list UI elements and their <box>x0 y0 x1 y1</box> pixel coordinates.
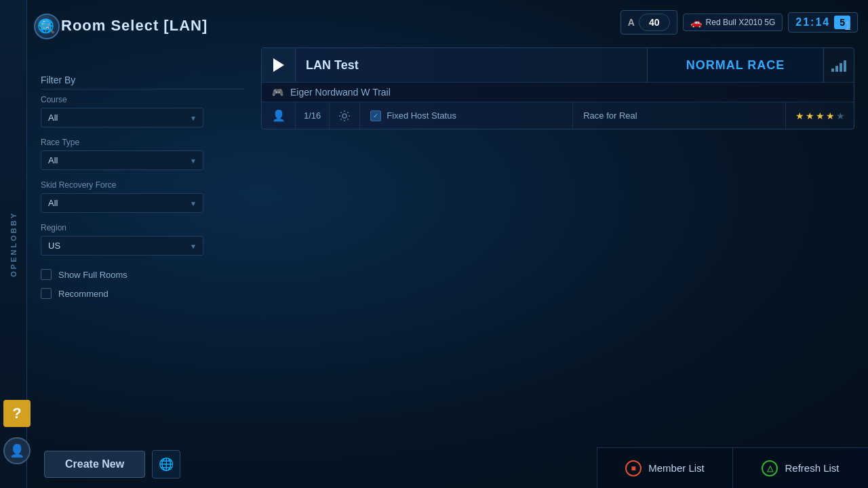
region-select-wrapper: US ▼ <box>41 236 203 256</box>
sidebar-label: OPENLOBBY <box>9 211 18 277</box>
filter-panel: Filter By Course All ▼ Race Type All ▼ S… <box>41 75 244 427</box>
recommend-group[interactable]: Recommend <box>41 288 244 299</box>
fixed-host-checkbox: ✓ <box>370 110 381 121</box>
players-max: 16 <box>311 110 321 121</box>
star-1: ★ <box>795 110 804 121</box>
players-current: 1 <box>304 110 309 121</box>
skid-label: Skid Recovery Force <box>41 180 244 190</box>
track-name: Eiger Nordwand W Trail <box>290 87 391 98</box>
member-list-button[interactable]: ■ Member List <box>597 448 733 489</box>
signal-bar-4 <box>844 60 846 72</box>
room-count: 1 <box>844 19 851 33</box>
course-label: Course <box>41 95 244 104</box>
show-full-rooms-checkbox[interactable] <box>41 269 52 280</box>
skid-select-wrapper: All ▼ <box>41 193 203 213</box>
help-button[interactable]: ? <box>3 400 31 427</box>
recommend-label: Recommend <box>58 289 108 299</box>
room-signal <box>823 48 854 82</box>
stars-area: ★ ★ ★ ★ ★ <box>786 102 854 129</box>
recommend-checkbox[interactable] <box>41 288 52 299</box>
race-type-select[interactable]: All <box>41 150 203 170</box>
room-name: LAN Test <box>296 58 647 73</box>
room-track-row: 🎮 Eiger Nordwand W Trail <box>262 82 854 102</box>
course-select-wrapper: All ▼ <box>41 108 203 127</box>
skid-select[interactable]: All <box>41 193 203 213</box>
filter-title: Filter By <box>41 75 244 89</box>
member-list-icon: ■ <box>625 460 642 476</box>
room-list-area: LAN Test NORMAL RACE 🎮 Eiger Nordwand W … <box>261 47 854 427</box>
players-icon: 👤 <box>262 102 296 129</box>
room-join-button[interactable] <box>262 48 296 82</box>
fixed-host-label: Fixed Host Status <box>387 110 456 121</box>
signal-bars-icon <box>831 58 846 72</box>
signal-bar-2 <box>835 66 838 72</box>
region-select[interactable]: US <box>41 236 203 256</box>
room-card[interactable]: LAN Test NORMAL RACE 🎮 Eiger Nordwand W … <box>261 47 854 129</box>
refresh-list-button[interactable]: △ Refresh List <box>733 448 868 489</box>
page-title-bar: 🌐 Room Select [LAN] 1 <box>37 7 861 41</box>
race-real-label: Race for Real <box>583 110 637 121</box>
race-real-area: Race for Real <box>573 102 786 129</box>
bottom-actions-bar: ■ Member List △ Refresh List <box>597 447 868 488</box>
signal-bar-1 <box>831 68 834 72</box>
refresh-list-icon: △ <box>762 460 778 476</box>
star-2: ★ <box>806 110 814 121</box>
region-label: Region <box>41 223 244 232</box>
signal-bar-3 <box>840 63 842 72</box>
course-select[interactable]: All <box>41 108 203 127</box>
create-new-button[interactable]: Create New <box>44 451 145 478</box>
user-avatar-icon: 👤 <box>9 443 24 458</box>
race-type-filter-group: Race Type All ▼ <box>41 138 244 170</box>
room-details-row: 👤 1/16 ✓ Fixed Host Status Race for Real <box>262 102 854 129</box>
show-full-rooms-label: Show Full Rooms <box>58 270 127 280</box>
settings-icon <box>330 102 360 129</box>
race-type-label: Race Type <box>41 138 244 147</box>
room-card-header: LAN Test NORMAL RACE <box>262 48 854 82</box>
user-icon-button[interactable]: 👤 <box>3 437 31 464</box>
globe-region-button[interactable]: 🌐 <box>152 450 180 479</box>
svg-point-0 <box>342 114 347 118</box>
players-count: 1/16 <box>296 102 330 129</box>
star-3: ★ <box>816 110 825 121</box>
member-list-label: Member List <box>648 462 705 474</box>
refresh-list-label: Refresh List <box>785 462 839 474</box>
join-arrow-icon <box>273 58 284 72</box>
page-title: Room Select [LAN] <box>61 17 208 35</box>
fixed-host-area: ✓ Fixed Host Status <box>360 102 573 129</box>
course-filter-group: Course All ▼ <box>41 95 244 127</box>
page-globe-icon: 🌐 <box>37 18 54 34</box>
skid-filter-group: Skid Recovery Force All ▼ <box>41 180 244 213</box>
show-full-rooms-group[interactable]: Show Full Rooms <box>41 269 244 280</box>
star-5: ★ <box>836 110 845 121</box>
region-filter-group: Region US ▼ <box>41 223 244 256</box>
main-content: 🌐 Room Select [LAN] 1 Filter By Course A… <box>37 7 861 481</box>
track-icon: 🎮 <box>272 87 283 98</box>
star-4: ★ <box>826 110 835 121</box>
room-type-badge: NORMAL RACE <box>647 48 823 82</box>
race-type-select-wrapper: All ▼ <box>41 150 203 170</box>
